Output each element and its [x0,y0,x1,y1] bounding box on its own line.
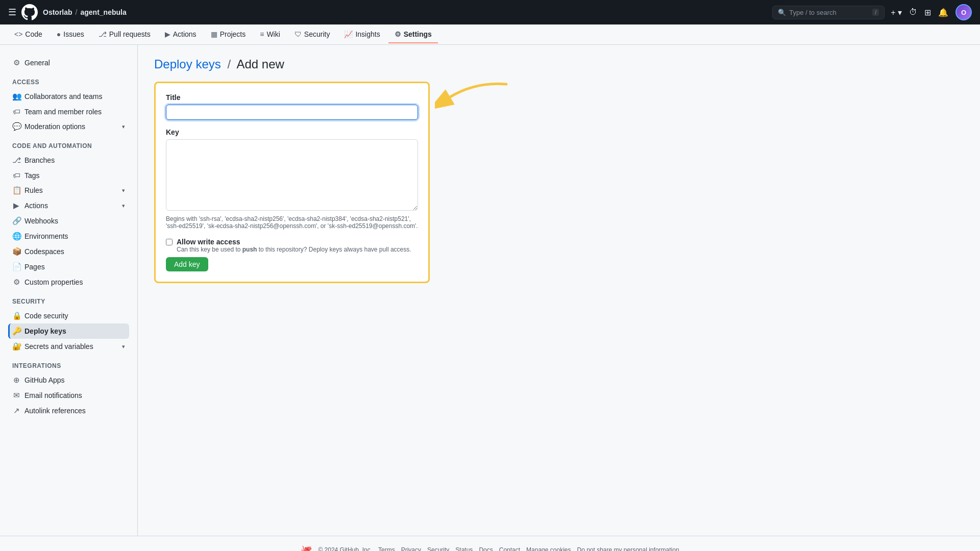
code-security-icon: 🔒 [12,311,20,320]
footer-link-terms[interactable]: Terms [378,546,395,551]
environments-icon: 🌐 [12,232,20,241]
tab-issues[interactable]: ● Issues [51,26,90,43]
sidebar-item-environments[interactable]: 🌐 Environments [8,229,129,244]
top-bar-icons: + ▾ ⏱ ⊞ 🔔 O [891,4,972,20]
sidebar-item-rules[interactable]: 📋 Rules ▾ [8,183,129,198]
allow-write-checkbox[interactable] [166,239,173,245]
sidebar-section-code-automation: Code and automation [8,142,129,149]
deploy-keys-breadcrumb-link[interactable]: Deploy keys [154,57,221,71]
sidebar-item-label: Branches [24,156,55,164]
add-deploy-key-form: Title Key Begins with 'ssh-rsa', 'ecdsa-… [154,82,430,283]
footer-link-security[interactable]: Security [427,546,449,551]
key-input[interactable] [166,139,418,211]
sidebar-item-email-notifications[interactable]: ✉ Email notifications [8,388,129,403]
add-key-button[interactable]: Add key [166,257,208,271]
tab-insights[interactable]: 📈 Insights [338,26,386,43]
footer-link-privacy[interactable]: Privacy [401,546,421,551]
key-group: Key Begins with 'ssh-rsa', 'ecdsa-sha2-n… [166,128,418,230]
footer-link-manage-cookies[interactable]: Manage cookies [526,546,571,551]
footer-link-docs[interactable]: Docs [479,546,493,551]
sidebar-item-github-apps[interactable]: ⊕ GitHub Apps [8,372,129,388]
search-bar[interactable]: 🔍 Type / to search / [772,6,885,19]
sidebar-item-label: Environments [24,232,68,240]
repo-link[interactable]: agent_nebula [80,8,126,16]
tab-pull-requests[interactable]: ⎇ Pull requests [92,26,157,43]
new-button[interactable]: + ▾ [891,8,902,17]
avatar[interactable]: O [955,4,972,20]
autolink-icon: ↗ [12,406,20,415]
search-icon: 🔍 [778,9,786,16]
sidebar-item-label: Deploy keys [24,327,66,335]
collaborators-icon: 👥 [12,92,20,101]
bell-icon[interactable]: 🔔 [938,8,948,17]
sidebar-item-label: Custom properties [24,278,83,286]
sidebar-item-moderation[interactable]: 💬 Moderation options ▾ [8,119,129,134]
footer-logo: 🐙 [301,544,312,551]
sidebar-item-code-security[interactable]: 🔒 Code security [8,308,129,323]
sidebar-item-label: Codespaces [24,247,64,256]
tab-security[interactable]: 🛡 Security [288,26,336,43]
org-link[interactable]: Ostorlab [43,8,72,16]
codespaces-icon: 📦 [12,247,20,256]
tab-projects[interactable]: ▦ Projects [205,26,252,43]
main-content: Deploy keys / Add new Title Key Begins w… [138,45,980,536]
code-icon: <> [14,30,22,38]
sidebar-item-codespaces[interactable]: 📦 Codespaces [8,244,129,259]
sidebar-item-custom-properties[interactable]: ⚙ Custom properties [8,274,129,290]
sidebar-item-deploy-keys[interactable]: 🔑 Deploy keys [8,323,129,339]
moderation-icon: 💬 [12,122,20,131]
arrow-svg [435,77,517,117]
email-icon: ✉ [12,391,20,400]
sidebar-item-label: Moderation options [24,122,85,131]
tags-icon: 🏷 [12,171,20,180]
footer-link-status[interactable]: Status [455,546,473,551]
search-placeholder: Type / to search [789,9,837,16]
hamburger-icon[interactable]: ☰ [8,7,16,18]
title-input[interactable] [166,105,418,120]
sidebar-item-label: Pages [24,263,45,271]
layout: ⚙ General Access 👥 Collaborators and tea… [0,45,980,536]
sidebar-item-tags[interactable]: 🏷 Tags [8,168,129,183]
tab-code[interactable]: <> Code [8,26,48,43]
general-icon: ⚙ [12,58,20,67]
team-roles-icon: 🏷 [12,107,20,116]
sidebar-item-actions[interactable]: ▶ Actions ▾ [8,198,129,213]
sidebar-item-secrets-variables[interactable]: 🔐 Secrets and variables ▾ [8,339,129,354]
sidebar-item-general[interactable]: ⚙ General [8,55,129,70]
sidebar-item-label: Tags [24,171,40,180]
footer-link-do-not-share[interactable]: Do not share my personal information [577,546,679,551]
footer-link-contact[interactable]: Contact [499,546,520,551]
sidebar-item-team-roles[interactable]: 🏷 Team and member roles [8,104,129,119]
rules-icon: 📋 [12,186,20,195]
sidebar-item-pages[interactable]: 📄 Pages [8,259,129,274]
sidebar-item-label: Secrets and variables [24,342,93,350]
title-label: Title [166,93,418,102]
sidebar-section-access: Access [8,79,129,86]
sidebar-item-collaborators[interactable]: 👥 Collaborators and teams [8,89,129,104]
arrow-annotation [435,77,517,119]
footer: 🐙 © 2024 GitHub, Inc. Terms Privacy Secu… [0,536,980,551]
breadcrumb-separator: / [227,57,231,71]
allow-write-label: Allow write access [177,238,411,246]
clock-icon[interactable]: ⏱ [909,8,917,17]
security-icon: 🛡 [295,30,302,38]
sidebar-item-label: Collaborators and teams [24,92,103,101]
tab-wiki[interactable]: ≡ Wiki [254,26,286,43]
sidebar-item-label: Actions [24,202,48,210]
allow-write-row: Allow write access Can this key be used … [166,238,418,253]
sidebar-item-webhooks[interactable]: 🔗 Webhooks [8,213,129,229]
sidebar-item-label: Team and member roles [24,108,102,116]
deploy-keys-icon: 🔑 [12,327,20,336]
sidebar-item-branches[interactable]: ⎇ Branches [8,153,129,168]
sidebar-item-label: Rules [24,186,43,194]
tab-actions[interactable]: ▶ Actions [159,26,203,43]
sidebar-item-autolink-references[interactable]: ↗ Autolink references [8,403,129,418]
graph-icon[interactable]: ⊞ [924,8,931,17]
title-group: Title [166,93,418,120]
github-apps-icon: ⊕ [12,375,20,385]
tab-settings[interactable]: ⚙ Settings [388,26,438,43]
projects-icon: ▦ [211,30,217,38]
allow-write-desc: Can this key be used to push to this rep… [177,246,411,253]
sidebar-item-label: Autolink references [24,407,86,415]
breadcrumb: Ostorlab / agent_nebula [43,8,127,16]
